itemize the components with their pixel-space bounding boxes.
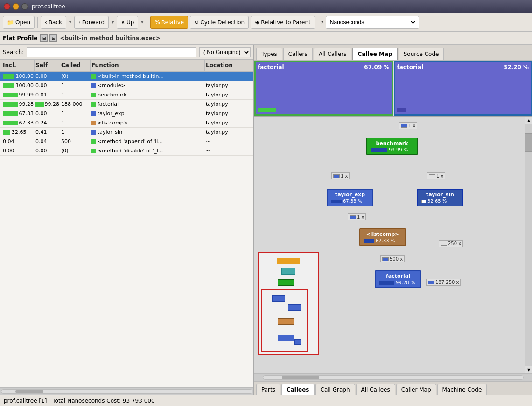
table-row[interactable]: 100.00 0.00 1 <module> taylor.py <box>0 81 253 90</box>
cell-incl-7: 0.04 <box>2 138 35 145</box>
node-benchmark[interactable]: benchmark 99.99 % <box>366 138 418 155</box>
cell-self-5: 0.24 <box>35 120 60 126</box>
tab-callee-map[interactable]: Callee Map <box>352 48 397 60</box>
table-header: Incl. Self Called Function Location <box>0 60 253 72</box>
grouping-select[interactable]: ( No Grouping) By Module <box>199 47 251 57</box>
dot-2 <box>91 93 96 97</box>
scroll-track[interactable] <box>525 124 532 366</box>
scroll-up-button[interactable]: ▲ <box>525 117 532 124</box>
back-dropdown[interactable]: ▾ <box>68 20 72 25</box>
dot-5 <box>91 121 96 125</box>
icon-1[interactable]: ⊞ <box>40 34 48 42</box>
node-taylor-sin[interactable]: taylor_sin 32.65 % <box>417 189 463 206</box>
up-dropdown[interactable]: ▾ <box>140 20 144 25</box>
main-toolbar: 📁 Open ‹ Back ▾ › Forward ▾ ∧ Up ▾ % Rel… <box>0 13 532 32</box>
nanoseconds-select-wrap[interactable]: Nanoseconds Microseconds Milliseconds Se… <box>326 16 419 29</box>
bottom-tab-parts[interactable]: Parts <box>256 384 280 395</box>
relative-to-parent-button[interactable]: ⊕ Relative to Parent <box>251 16 315 29</box>
nanoseconds-select[interactable]: Nanoseconds Microseconds Milliseconds Se… <box>328 19 417 26</box>
table-row[interactable]: 99.99 0.01 1 benchmark taylor.py <box>0 90 253 100</box>
table-row[interactable]: 0.04 0.04 500 <method 'append' of 'li...… <box>0 137 253 146</box>
main-area: Flat Profile ⊞ ⊟ <built-in method builti… <box>0 32 532 406</box>
col-called[interactable]: Called <box>60 60 91 71</box>
node-listcomp[interactable]: <listcomp> 67.33 % <box>359 228 406 246</box>
table-row[interactable]: 67.33 0.24 1 <listcomp> taylor.py <box>0 118 253 128</box>
percent-icon: % <box>154 19 160 26</box>
col-self[interactable]: Self <box>35 60 60 71</box>
bottom-tab-all-callees[interactable]: All Callees <box>356 384 395 395</box>
bottom-tab-callees[interactable]: Callees <box>281 384 315 395</box>
table-row[interactable]: 99.28 99.28 188 000 factorial taylor.py <box>0 100 253 109</box>
col-incl[interactable]: Incl. <box>2 60 35 71</box>
relative-button[interactable]: % Relative <box>150 16 188 29</box>
cycle-detection-button[interactable]: ↺ Cycle Detection <box>190 16 249 29</box>
callee-mini-bar-2 <box>397 108 406 112</box>
pct-bar-taylor-exp <box>331 200 342 203</box>
h-thumb[interactable] <box>282 376 319 379</box>
dot-8 <box>91 149 96 153</box>
tab-source-code[interactable]: Source Code <box>399 48 444 60</box>
cell-called-6: 1 <box>60 129 91 135</box>
table-row[interactable]: 0.00 0.00 (0) <method 'disable' of '_l..… <box>0 146 253 156</box>
edge-bar-5 <box>382 257 389 261</box>
dot-4 <box>91 111 96 116</box>
search-input[interactable] <box>27 47 196 57</box>
bottom-tab-call-graph[interactable]: Call Graph <box>315 384 355 395</box>
minimize-button[interactable] <box>13 3 19 10</box>
scroll-down-button[interactable]: ▼ <box>525 366 532 373</box>
cell-called-3: 188 000 <box>60 101 91 107</box>
up-button[interactable]: ∧ Up <box>117 16 138 29</box>
tab-all-callers[interactable]: All Callers <box>314 48 352 60</box>
table-row[interactable]: 32.65 0.41 1 taylor_sin taylor.py <box>0 128 253 137</box>
cell-function-5: <listcomp> <box>91 120 205 126</box>
window-controls[interactable] <box>4 3 28 10</box>
col-location[interactable]: Location <box>205 60 252 71</box>
node-taylor-exp[interactable]: taylor_exp 67.33 % <box>327 189 373 206</box>
method-text: <built-in method builtins.exec> <box>60 35 161 41</box>
cell-location-6: taylor.py <box>205 129 252 135</box>
graph-area: benchmark 99.99 % taylor_exp 67.33 <box>254 117 532 373</box>
cell-self-1: 0.00 <box>35 83 60 89</box>
forward-dropdown[interactable]: ▾ <box>111 20 115 25</box>
callee-bar-factorial-2[interactable]: factorial 32.20 % <box>394 61 532 116</box>
dot-7 <box>91 139 96 144</box>
maximize-button[interactable] <box>21 3 28 10</box>
cell-function-1: <module> <box>91 83 205 89</box>
left-panel: Search: ( No Grouping) By Module Incl. S… <box>0 45 254 395</box>
node-pct-factorial: 99.28 % <box>379 280 417 285</box>
callee-name-2: factorial <box>397 64 424 70</box>
right-scrollbar[interactable]: ▲ ▼ <box>525 117 532 373</box>
scrollbar-thumb[interactable] <box>15 390 43 393</box>
cell-self-0: 0.00 <box>35 73 60 79</box>
cell-incl-3: 99.28 <box>2 101 35 107</box>
cell-called-2: 1 <box>60 92 91 98</box>
bottom-tab-caller-map[interactable]: Caller Map <box>396 384 436 395</box>
flat-profile-bar: Flat Profile ⊞ ⊟ <built-in method builti… <box>0 32 532 45</box>
bottom-tab-machine-code[interactable]: Machine Code <box>437 384 487 395</box>
close-button[interactable] <box>4 3 10 10</box>
open-button[interactable]: 📁 Open <box>3 16 35 29</box>
left-scrollbar[interactable] <box>0 387 253 395</box>
icon-2[interactable]: ⊟ <box>49 34 57 42</box>
scrollbar-track[interactable] <box>1 389 252 394</box>
col-function[interactable]: Function <box>91 60 205 71</box>
tab-types[interactable]: Types <box>256 48 282 60</box>
horiz-scrollbar[interactable] <box>254 373 532 381</box>
node-factorial[interactable]: factorial 99.28 % <box>375 270 421 288</box>
callee-pct-2: 32.20 % <box>504 64 529 70</box>
h-track[interactable] <box>263 375 524 380</box>
node-label-benchmark: benchmark <box>371 140 413 146</box>
callee-bar-factorial-1[interactable]: factorial 67.09 % <box>254 61 393 116</box>
cell-called-4: 1 <box>60 110 91 117</box>
forward-button[interactable]: › Forward <box>74 16 109 29</box>
cell-called-5: 1 <box>60 120 91 126</box>
edge-label-187250x: 187 250 x <box>426 279 461 286</box>
table-row[interactable]: 100.00 0.00 (0) <built-in method builtin… <box>0 72 253 81</box>
cell-function-2: benchmark <box>91 92 205 98</box>
scroll-thumb[interactable] <box>525 133 532 152</box>
tab-callers[interactable]: Callers <box>283 48 313 60</box>
back-button[interactable]: ‹ Back <box>41 16 66 29</box>
incl-bar-6 <box>3 130 10 135</box>
table-row[interactable]: 67.33 0.00 1 taylor_exp taylor.py <box>0 109 253 118</box>
toolbar-sep-3 <box>318 17 318 28</box>
